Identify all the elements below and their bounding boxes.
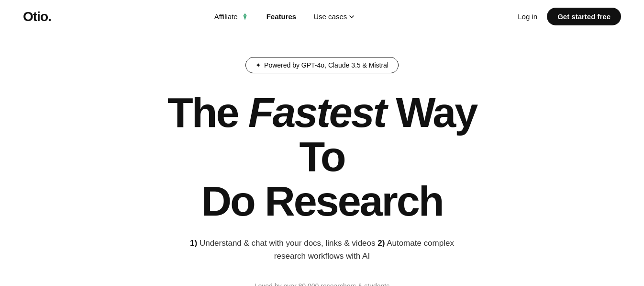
hero-title-part1: The Fastest Way To bbox=[167, 89, 477, 180]
hero-section: ✦ Powered by GPT-4o, Claude 3.5 & Mistra… bbox=[0, 33, 644, 286]
subtitle-text1: Understand & chat with your docs, links … bbox=[197, 239, 378, 248]
diamond-icon bbox=[241, 12, 249, 21]
nav-center: Affiliate Features Use cases bbox=[214, 12, 355, 21]
badge-text: Powered by GPT-4o, Claude 3.5 & Mistral bbox=[264, 61, 389, 69]
navbar: Otio. Affiliate Features Use cases Log i… bbox=[0, 0, 644, 33]
get-started-button[interactable]: Get started free bbox=[547, 8, 621, 25]
nav-right: Log in Get started free bbox=[518, 8, 621, 25]
hero-title: The Fastest Way To Do Research bbox=[150, 91, 494, 223]
hero-title-italic: Fastest bbox=[248, 89, 386, 136]
usecases-link[interactable]: Use cases bbox=[313, 12, 355, 21]
powered-badge: ✦ Powered by GPT-4o, Claude 3.5 & Mistra… bbox=[245, 57, 399, 73]
usecases-label: Use cases bbox=[313, 12, 347, 21]
features-link[interactable]: Features bbox=[266, 12, 297, 21]
affiliate-link[interactable]: Affiliate bbox=[214, 12, 249, 21]
chevron-down-icon bbox=[349, 14, 355, 20]
hero-title-line2: Do Research bbox=[201, 177, 443, 225]
affiliate-label: Affiliate bbox=[214, 12, 238, 21]
sparkle-icon: ✦ bbox=[255, 61, 261, 69]
nav-logo[interactable]: Otio. bbox=[23, 9, 51, 24]
social-proof-text: Loved by over 80,000 researchers & stude… bbox=[255, 282, 390, 286]
social-proof: Loved by over 80,000 researchers & stude… bbox=[255, 282, 390, 286]
subtitle-num2: 2) bbox=[378, 239, 385, 248]
subtitle-num1: 1) bbox=[190, 239, 197, 248]
login-link[interactable]: Log in bbox=[518, 12, 537, 21]
hero-subtitle: 1) Understand & chat with your docs, lin… bbox=[183, 237, 461, 263]
